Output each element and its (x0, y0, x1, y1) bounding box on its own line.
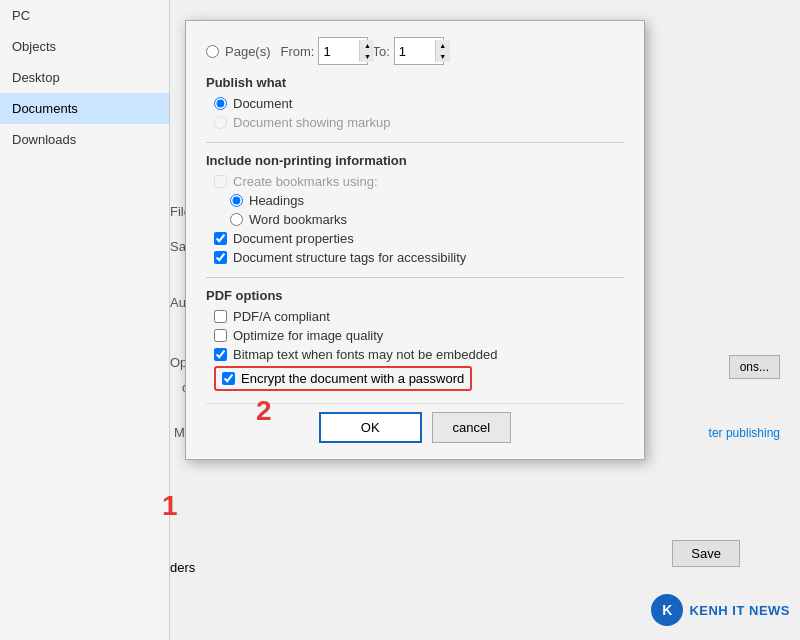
to-label: To: (372, 44, 389, 59)
pages-section: Page(s) From: ▲ ▼ To: ▲ ▼ (206, 37, 624, 65)
document-radio-row: Document (206, 96, 624, 111)
to-down-arrow[interactable]: ▼ (436, 51, 450, 62)
buttons-area: 2 OK cancel (206, 403, 624, 443)
pdf-options-title: PDF options (206, 288, 624, 303)
create-bookmarks-row: Create bookmarks using: (206, 174, 624, 189)
document-radio[interactable] (214, 97, 227, 110)
create-bookmarks-checkbox[interactable] (214, 175, 227, 188)
bitmap-label: Bitmap text when fonts may not be embedd… (233, 347, 498, 362)
encrypt-container: Encrypt the document with a password (206, 366, 624, 391)
ok-button[interactable]: OK (319, 412, 422, 443)
headings-row: Headings (206, 193, 624, 208)
headings-radio[interactable] (230, 194, 243, 207)
to-up-arrow[interactable]: ▲ (436, 40, 450, 51)
badge-2: 2 (256, 395, 272, 427)
folders-label: ders (170, 560, 195, 575)
watermark-icon: K (651, 594, 683, 626)
doc-structure-label: Document structure tags for accessibilit… (233, 250, 466, 265)
non-printing-section: Include non-printing information Create … (206, 153, 624, 265)
create-bookmarks-label: Create bookmarks using: (233, 174, 378, 189)
word-bookmarks-label: Word bookmarks (249, 212, 347, 227)
sidebar-item-desktop[interactable]: Desktop (0, 62, 169, 93)
pages-radio[interactable] (206, 45, 219, 58)
watermark-text: KENH IT NEWS (689, 603, 790, 618)
non-printing-title: Include non-printing information (206, 153, 624, 168)
encrypt-row: Encrypt the document with a password (214, 366, 472, 391)
pages-label: Page(s) (225, 44, 271, 59)
sidebar-item-documents[interactable]: Documents (0, 93, 169, 124)
cancel-button[interactable]: cancel (432, 412, 512, 443)
optimize-image-checkbox[interactable] (214, 329, 227, 342)
document-markup-radio-row: Document showing markup (206, 115, 624, 130)
word-bookmarks-radio[interactable] (230, 213, 243, 226)
sidebar-item-downloads[interactable]: Downloads (0, 124, 169, 155)
pdfa-checkbox[interactable] (214, 310, 227, 323)
to-value[interactable] (399, 44, 435, 59)
headings-label: Headings (249, 193, 304, 208)
optimize-image-label: Optimize for image quality (233, 328, 383, 343)
encrypt-checkbox[interactable] (222, 372, 235, 385)
optimize-option3: M (174, 425, 185, 440)
from-down-arrow[interactable]: ▼ (360, 51, 374, 62)
doc-properties-label: Document properties (233, 231, 354, 246)
sidebar-item-pc[interactable]: PC (0, 0, 169, 31)
pdf-options-section: PDF options PDF/A compliant Optimize for… (206, 288, 624, 391)
from-value[interactable] (323, 44, 359, 59)
publish-what-section: Publish what Document Document showing m… (206, 75, 624, 130)
bitmap-checkbox[interactable] (214, 348, 227, 361)
sidebar: PC Objects Desktop Documents Downloads (0, 0, 170, 640)
encrypt-label: Encrypt the document with a password (241, 371, 464, 386)
document-markup-radio[interactable] (214, 116, 227, 129)
doc-structure-row: Document structure tags for accessibilit… (206, 250, 624, 265)
document-markup-label: Document showing markup (233, 115, 391, 130)
optimize-image-row: Optimize for image quality (206, 328, 624, 343)
to-spinner[interactable]: ▲ ▼ (394, 37, 444, 65)
bitmap-row: Bitmap text when fonts may not be embedd… (206, 347, 624, 362)
doc-properties-row: Document properties (206, 231, 624, 246)
publish-what-title: Publish what (206, 75, 624, 90)
to-arrows: ▲ ▼ (435, 40, 450, 62)
word-bookmarks-row: Word bookmarks (206, 212, 624, 227)
from-label: From: (281, 44, 315, 59)
from-arrows: ▲ ▼ (359, 40, 374, 62)
save-button[interactable]: Save (672, 540, 740, 567)
from-up-arrow[interactable]: ▲ (360, 40, 374, 51)
doc-structure-checkbox[interactable] (214, 251, 227, 264)
badge-1: 1 (162, 490, 178, 522)
from-to-section: From: ▲ ▼ To: ▲ ▼ (281, 37, 444, 65)
document-label: Document (233, 96, 292, 111)
pdf-options-dialog: Page(s) From: ▲ ▼ To: ▲ ▼ Publish what (185, 20, 645, 460)
from-spinner[interactable]: ▲ ▼ (318, 37, 368, 65)
pdfa-row: PDF/A compliant (206, 309, 624, 324)
after-publishing-link[interactable]: ter publishing (709, 426, 780, 440)
options-button[interactable]: ons... (729, 355, 780, 379)
doc-properties-checkbox[interactable] (214, 232, 227, 245)
sidebar-item-objects[interactable]: Objects (0, 31, 169, 62)
watermark: K KENH IT NEWS (651, 594, 790, 626)
pdfa-label: PDF/A compliant (233, 309, 330, 324)
after-publishing: ter publishing (709, 425, 780, 440)
